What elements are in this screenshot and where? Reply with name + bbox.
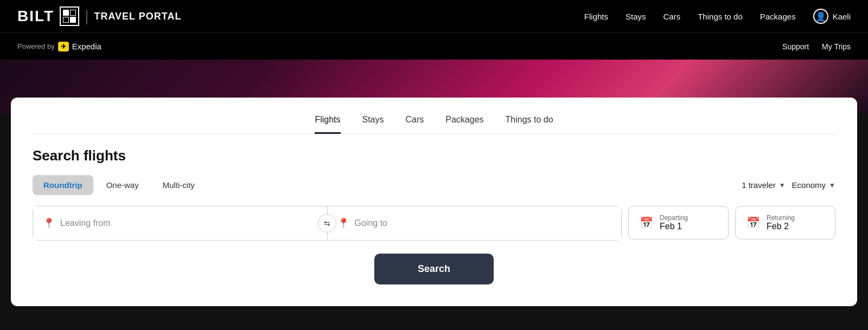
- brand-logo: BILT | TRAVEL PORTAL: [17, 7, 181, 26]
- departing-value: Feb 1: [660, 222, 688, 231]
- multi-city-button[interactable]: Multi-city: [152, 175, 206, 195]
- location-fields: 📍 Leaving from ⇆ 📍 Going to: [33, 206, 622, 241]
- user-avatar-icon: 👤: [813, 9, 828, 24]
- nav-left: BILT | TRAVEL PORTAL: [17, 7, 181, 26]
- support-link[interactable]: Support: [782, 42, 809, 51]
- search-button[interactable]: Search: [374, 254, 494, 284]
- nav-stays[interactable]: Stays: [626, 12, 646, 21]
- leaving-from-input[interactable]: 📍 Leaving from: [33, 206, 328, 240]
- powered-by: Powered by ✈ Expedia: [17, 42, 101, 51]
- search-title: Search flights: [33, 147, 835, 164]
- going-pin-icon: 📍: [337, 217, 349, 229]
- top-nav: BILT | TRAVEL PORTAL Flights Stays Cars …: [0, 0, 868, 33]
- brand-portal: TRAVEL PORTAL: [94, 11, 181, 22]
- nav-right: Flights Stays Cars Things to do Packages…: [584, 9, 851, 24]
- departing-calendar-icon: 📅: [640, 216, 653, 229]
- tab-flights[interactable]: Flights: [315, 115, 340, 134]
- traveler-selector[interactable]: 1 traveler ▼: [742, 180, 785, 190]
- my-trips-link[interactable]: My Trips: [822, 42, 851, 51]
- user-name: Kaeli: [833, 12, 851, 21]
- departing-label: Departing: [660, 214, 688, 222]
- powered-by-label: Powered by: [17, 42, 55, 50]
- tab-things-to-do[interactable]: Things to do: [506, 115, 553, 134]
- one-way-button[interactable]: One-way: [95, 175, 150, 195]
- leaving-from-placeholder: Leaving from: [60, 218, 111, 228]
- trip-options: Roundtrip One-way Multi-city: [33, 175, 206, 195]
- sub-nav: Powered by ✈ Expedia Support My Trips: [0, 33, 868, 60]
- trip-right-options: 1 traveler ▼ Economy ▼: [742, 180, 835, 190]
- traveler-count: 1 traveler: [742, 180, 776, 190]
- flight-inputs: 📍 Leaving from ⇆ 📍 Going to 📅 Departing …: [33, 206, 835, 241]
- returning-calendar-icon: 📅: [746, 216, 760, 229]
- going-to-input[interactable]: 📍 Going to: [328, 206, 622, 240]
- trip-type-row: Roundtrip One-way Multi-city 1 traveler …: [33, 175, 835, 195]
- nav-cars[interactable]: Cars: [663, 12, 681, 21]
- card-tabs: Flights Stays Cars Packages Things to do: [33, 115, 835, 134]
- returning-label: Returning: [767, 214, 795, 222]
- going-to-placeholder: Going to: [355, 218, 387, 228]
- cabin-class-chevron-icon: ▼: [829, 182, 835, 189]
- cabin-class-selector[interactable]: Economy ▼: [792, 180, 835, 190]
- departing-date-field[interactable]: 📅 Departing Feb 1: [628, 206, 729, 240]
- brand-icon: [60, 7, 79, 26]
- brand-divider: |: [85, 8, 88, 25]
- cabin-class-label: Economy: [792, 180, 826, 190]
- traveler-chevron-icon: ▼: [779, 182, 786, 189]
- sub-nav-links: Support My Trips: [782, 42, 851, 51]
- returning-value: Feb 2: [767, 222, 795, 231]
- nav-packages[interactable]: Packages: [760, 12, 796, 21]
- nav-things-to-do[interactable]: Things to do: [698, 12, 743, 21]
- expedia-name: Expedia: [72, 42, 101, 51]
- nav-flights[interactable]: Flights: [584, 12, 608, 21]
- brand-name: BILT: [17, 8, 54, 25]
- roundtrip-button[interactable]: Roundtrip: [33, 175, 93, 195]
- swap-locations-button[interactable]: ⇆: [318, 214, 336, 232]
- expedia-badge-icon: ✈: [58, 42, 69, 51]
- user-menu[interactable]: 👤 Kaeli: [813, 9, 851, 24]
- departing-date-info: Departing Feb 1: [660, 214, 688, 231]
- tab-packages[interactable]: Packages: [445, 115, 483, 134]
- main-content: Flights Stays Cars Packages Things to do…: [0, 114, 868, 328]
- returning-date-field[interactable]: 📅 Returning Feb 2: [735, 206, 835, 240]
- leaving-pin-icon: 📍: [43, 217, 55, 229]
- search-btn-row: Search: [33, 254, 835, 284]
- returning-date-info: Returning Feb 2: [767, 214, 795, 231]
- tab-cars[interactable]: Cars: [406, 115, 424, 134]
- search-card: Flights Stays Cars Packages Things to do…: [11, 98, 857, 306]
- tab-stays[interactable]: Stays: [362, 115, 384, 134]
